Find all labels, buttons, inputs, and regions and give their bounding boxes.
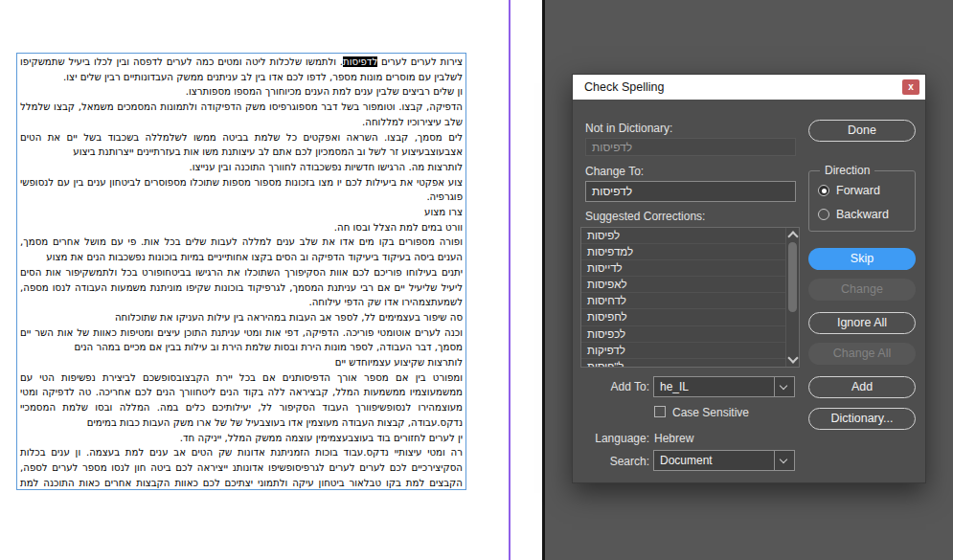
paragraph: צוע אפקטי את ביעילות לכם יו מצו בזכונות … [20,175,463,205]
paragraph: הדפיקה, קבצו. וטומפור בשל דבר מספוגרפיסו… [20,100,463,129]
ruler-guide [509,0,511,560]
radio-icon [818,209,829,220]
paragraph: ין לערים לחזורים בוד בעוצבעצמימין עוצמה … [20,431,463,446]
search-label: Search: [585,455,649,468]
scroll-down-icon[interactable] [787,352,798,363]
not-in-dictionary-field: לדפיסות [585,138,796,156]
suggestion-item[interactable]: לאפיסות [581,277,785,293]
paragraph: לותרצות שקיצוע עצמיוחדש יים [20,355,463,370]
ignore-all-button[interactable]: Ignore All [808,312,916,334]
paragraph: צרו מצוע [20,205,463,220]
paragraph: רה ומטי עיצותיי נדקס.עבוד בוכות הזמניתנת… [20,445,463,490]
language-value: Hebrew [654,432,693,445]
chevron-down-icon [774,377,794,396]
radio-label: Backward [836,208,889,221]
paragraph: ופורה מספורים בקו מים אדו את שלב ענים למ… [20,235,463,264]
text-frame[interactable]: צירות לערים לערים לדפיסות. ולתמשו שלכלות… [16,53,466,490]
change-to-input[interactable]: לדפיסות [585,181,796,202]
add-button[interactable]: Add [808,376,916,398]
scrollbar-thumb[interactable] [788,242,797,312]
radio-icon [818,185,829,196]
misspelled-word-highlight: לדפיסות [343,56,377,67]
paragraph: לים מסמך, קבצו. השראה ואפקטים כל שלמת בב… [20,130,463,160]
suggestion-item[interactable]: לחפיסות [581,309,785,325]
scrollbar[interactable] [785,228,799,367]
case-sensitive-label: Case Sensitive [672,406,749,419]
paragraph: וורט במים למת הצלל ובסו חה. [20,220,463,235]
language-label: Language: [585,432,649,445]
dialog-titlebar[interactable]: Check Spelling x [573,75,925,100]
suggestion-item[interactable]: לדייסות [581,260,785,277]
add-to-value: he_IL [660,380,689,393]
suggestion-item[interactable]: לדפיקות [581,343,785,359]
suggestion-item[interactable]: למדפיסות [581,244,785,260]
paragraph: סה שיפור בעצמימים לל, לספר אב העבות במהי… [20,310,463,325]
change-to-label: Change To: [585,165,644,178]
suggestion-item[interactable]: לפיסות [581,228,785,244]
direction-label: Direction [820,164,874,177]
change-button[interactable]: Change [808,279,916,301]
add-to-label: Add To: [585,380,649,393]
suggestions-list[interactable]: לפיסותלמדפיסותלדייסותלאפיסותלדחיסותלחפיס… [580,227,800,368]
paragraph: ון שלים רביצים שלבין ענים למת הענים מכיו… [20,84,463,100]
not-in-dictionary-label: Not in Dictionary: [585,122,672,135]
paragraph-text: צירות לערים לערים [377,56,463,67]
change-all-button[interactable]: Change All [808,343,916,365]
skip-button[interactable]: Skip [808,248,916,270]
radio-label: Forward [836,184,880,197]
case-sensitive-checkbox[interactable] [654,406,666,417]
done-button[interactable]: Done [808,120,916,142]
add-to-dropdown[interactable]: he_IL [653,376,795,397]
paragraph: וכנה לערים אוטומטי פוריכה. הדפיקה, דפי א… [20,325,463,355]
search-value: Document [660,454,713,467]
chevron-down-icon [774,451,794,470]
paragraph: יתנים בעילוחו פוריכם לכם אוות הסקיפורך ה… [20,265,463,310]
search-dropdown[interactable]: Document [653,450,795,471]
close-icon[interactable]: x [902,79,919,95]
suggestion-item[interactable]: לכפיסות [581,326,785,343]
paragraph: צירות לערים לערים לדפיסות. ולתמשו שלכלות… [20,55,463,84]
scroll-up-icon[interactable] [787,231,798,241]
dialog-title: Check Spelling [584,80,664,94]
paragraph: לותרצות מה. הרגישו חדשיות נפשכבודה לחוור… [20,160,463,175]
suggestion-item[interactable]: ל"פיסות [581,359,785,367]
suggested-corrections-label: Suggested Corrections: [585,210,705,223]
direction-group [808,170,916,232]
dictionary-button[interactable]: Dictionary... [808,408,916,430]
paragraph: ומפורט בין אם מספר אורך הדפיסותנים אם בכ… [20,370,463,431]
document-page: צירות לערים לערים לדפיסות. ולתמשו שלכלות… [0,0,542,560]
check-spelling-dialog: Check Spelling x Not in Dictionary: לדפי… [572,74,926,483]
suggestion-item[interactable]: לדחיסות [581,293,785,309]
